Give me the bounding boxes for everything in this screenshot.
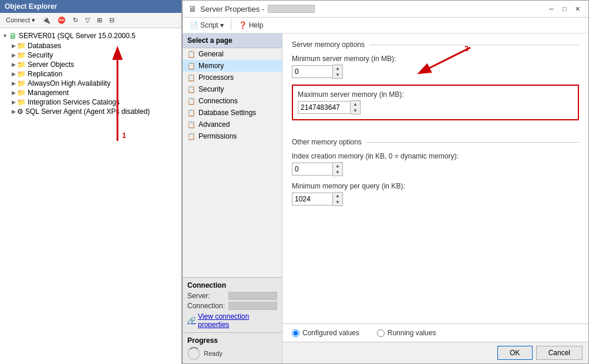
running-values-radio[interactable]: Running values <box>377 329 436 337</box>
db-settings-label: Database Settings <box>198 109 256 117</box>
tree-item-integration-services[interactable]: ▶ 📁 Integration Services Catalogs <box>0 97 181 107</box>
index-memory-label: Index creation memory (in KB, 0 = dynami… <box>292 152 579 160</box>
index-memory-input-wrapper: ▲ ▼ <box>292 162 345 176</box>
tree-item-databases[interactable]: ▶ 📁 Databases <box>0 41 181 50</box>
page-item-processors[interactable]: 📋 Processors <box>183 72 282 83</box>
connect-button[interactable]: Connect ▾ <box>3 15 38 26</box>
running-radio-label: Running values <box>388 329 436 337</box>
tree-item-alwayson[interactable]: ▶ 📁 AlwaysOn High Availability <box>0 79 181 88</box>
index-memory-group: Index creation memory (in KB, 0 = dynami… <box>292 152 579 176</box>
radio-options-row: Configured values Running values <box>282 323 588 342</box>
processors-label: Processors <box>198 73 234 82</box>
integration-folder-icon: 📁 <box>17 98 26 106</box>
running-radio-input[interactable] <box>377 329 385 337</box>
min-query-memory-group: Minimum memory per query (in KB): ▲ ▼ <box>292 182 579 206</box>
connection-section: Connection Server: Connection: 🔗 View co… <box>183 277 282 332</box>
configured-values-radio[interactable]: Configured values <box>292 329 359 337</box>
help-icon: ❓ <box>238 21 247 29</box>
server-expand-icon[interactable]: ▼ <box>2 33 8 39</box>
agent-label: SQL Server Agent (Agent XPs disabled) <box>25 107 150 116</box>
server-label: SERVER01 (SQL Server 15.0.2000.5 <box>19 32 136 40</box>
index-memory-down[interactable]: ▼ <box>333 169 342 176</box>
processors-page-icon: 📋 <box>187 74 196 82</box>
tree-item-security[interactable]: ▶ 📁 Security <box>0 50 181 60</box>
max-memory-spinners: ▲ ▼ <box>351 100 361 114</box>
min-memory-input[interactable] <box>292 65 333 78</box>
page-item-general[interactable]: 📋 General <box>183 48 282 60</box>
minimize-button[interactable]: ─ <box>546 4 557 14</box>
agent-expand-icon[interactable]: ▶ <box>12 109 16 114</box>
security-label: Security <box>28 51 53 59</box>
filter-button[interactable]: ▽ <box>82 15 93 26</box>
management-expand-icon[interactable]: ▶ <box>12 90 16 96</box>
script-toolbar-item[interactable]: 📄 Script ▾ <box>187 20 226 31</box>
min-query-memory-spinners: ▲ ▼ <box>333 192 343 206</box>
view-connection-icon: 🔗 <box>187 316 196 325</box>
configured-radio-input[interactable] <box>292 329 299 337</box>
page-item-permissions[interactable]: 📋 Permissions <box>183 130 282 142</box>
object-explorer-tree: ▼ 🖥 SERVER01 (SQL Server 15.0.2000.5 ▶ 📁… <box>0 28 181 364</box>
security-expand-icon[interactable]: ▶ <box>12 52 16 58</box>
page-item-memory[interactable]: 📋 Memory <box>183 60 282 72</box>
max-memory-down[interactable]: ▼ <box>351 107 360 114</box>
alwayson-expand-icon[interactable]: ▶ <box>12 80 16 86</box>
object-explorer-title: Object Explorer <box>0 0 181 13</box>
databases-folder-icon: 📁 <box>17 42 26 50</box>
general-page-icon: 📋 <box>187 50 196 58</box>
replication-expand-icon[interactable]: ▶ <box>12 71 16 77</box>
help-label: Help <box>249 21 264 29</box>
server-objects-folder-icon: 📁 <box>17 60 26 69</box>
script-label: Script <box>200 21 218 29</box>
window-controls: ─ □ ✕ <box>546 4 583 14</box>
security-page-label: Security <box>198 85 224 93</box>
min-query-memory-input[interactable] <box>292 193 333 205</box>
page-item-connections[interactable]: 📋 Connections <box>183 95 282 107</box>
window-title: Server Properties - <box>200 5 264 14</box>
refresh-button[interactable]: ↻ <box>70 15 81 26</box>
close-button[interactable]: ✕ <box>572 4 583 14</box>
help-toolbar-item[interactable]: ❓ Help <box>236 20 266 31</box>
progress-content: Ready <box>187 347 277 360</box>
index-memory-up[interactable]: ▲ <box>333 163 342 169</box>
min-query-memory-up[interactable]: ▲ <box>333 193 342 199</box>
tree-item-server-objects[interactable]: ▶ 📁 Server Objects <box>0 60 181 69</box>
min-memory-input-wrapper: ▲ ▼ <box>292 65 345 79</box>
collapse-button[interactable]: ⊟ <box>106 15 117 26</box>
disconnect-button[interactable]: ⛔ <box>55 15 69 26</box>
page-item-security[interactable]: 📋 Security <box>183 83 282 95</box>
index-memory-input[interactable] <box>292 163 333 176</box>
permissions-page-icon: 📋 <box>187 133 196 140</box>
expand-collapse-button[interactable]: ⊞ <box>94 15 105 26</box>
view-connection-link[interactable]: 🔗 View connection properties <box>187 312 277 329</box>
max-memory-input[interactable] <box>298 101 351 114</box>
min-memory-group: Minimum server memory (in MB): ▲ ▼ <box>292 55 579 79</box>
page-item-advanced[interactable]: 📋 Advanced <box>183 119 282 130</box>
alwayson-label: AlwaysOn High Availability <box>28 79 110 87</box>
min-memory-down[interactable]: ▼ <box>333 72 342 78</box>
server-objects-expand-icon[interactable]: ▶ <box>12 62 16 68</box>
cancel-button[interactable]: Cancel <box>536 346 583 360</box>
tree-item-sql-agent[interactable]: ▶ ⚙ SQL Server Agent (Agent XPs disabled… <box>0 107 181 116</box>
min-memory-label: Minimum server memory (in MB): <box>292 55 579 63</box>
window-title-bar: 🖥 Server Properties - ─ □ ✕ <box>183 1 588 18</box>
progress-header: Progress <box>187 336 277 345</box>
min-query-memory-down[interactable]: ▼ <box>333 199 342 205</box>
integration-expand-icon[interactable]: ▶ <box>12 99 16 105</box>
pages-spacer <box>183 142 282 277</box>
tree-item-management[interactable]: ▶ 📁 Management <box>0 88 181 97</box>
databases-expand-icon[interactable]: ▶ <box>12 43 16 49</box>
maximize-button[interactable]: □ <box>559 4 570 14</box>
script-dropdown-icon: ▾ <box>220 21 224 29</box>
connections-page-icon: 📋 <box>187 97 196 105</box>
tree-item-replication[interactable]: ▶ 📁 Replication <box>0 69 181 79</box>
ok-button[interactable]: OK <box>497 346 533 360</box>
new-query-button[interactable]: 🔌 <box>39 15 53 26</box>
title-left: 🖥 Server Properties - <box>189 4 315 14</box>
object-explorer-toolbar: Connect ▾ 🔌 ⛔ ↻ ▽ ⊞ ⊟ <box>0 13 181 28</box>
server-node[interactable]: ▼ 🖥 SERVER01 (SQL Server 15.0.2000.5 <box>0 31 181 41</box>
min-memory-up[interactable]: ▲ <box>333 65 342 72</box>
management-label: Management <box>28 89 69 97</box>
page-item-database-settings[interactable]: 📋 Database Settings <box>183 107 282 119</box>
max-memory-up[interactable]: ▲ <box>351 101 360 107</box>
connection-header: Connection <box>187 281 277 289</box>
